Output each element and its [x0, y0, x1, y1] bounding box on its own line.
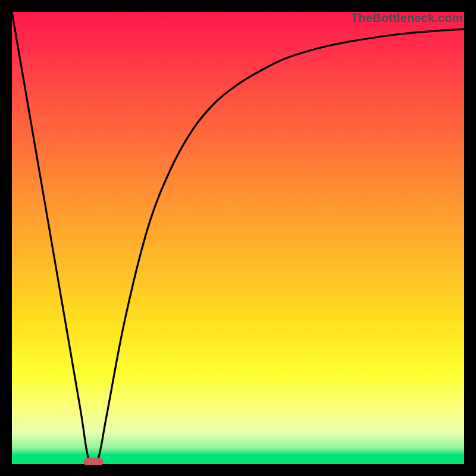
optimal-point-marker: [83, 458, 104, 465]
bottleneck-curve: [12, 12, 464, 464]
watermark-text: TheBottleneck.com: [351, 11, 463, 25]
chart-frame: TheBottleneck.com: [12, 12, 464, 464]
